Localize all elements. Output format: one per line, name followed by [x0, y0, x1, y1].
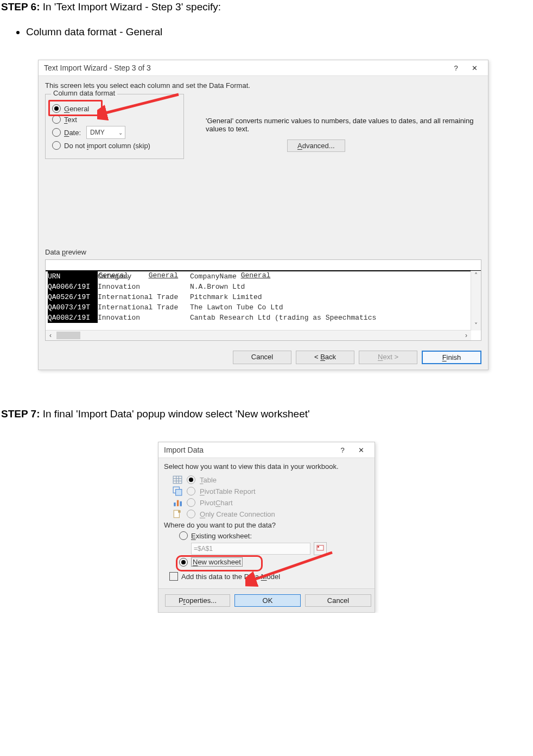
preview-row: QA0526/19TInternational TradePitchmark L…: [46, 292, 481, 302]
step6-bullet: Column data format - General: [26, 26, 532, 38]
radio-icon: [179, 531, 188, 540]
radio-icon: [187, 487, 195, 495]
svg-rect-7: [176, 490, 182, 495]
cancel-button[interactable]: Cancel: [305, 594, 371, 607]
general-explanation: 'General' converts numeric values to num…: [206, 117, 481, 133]
import-data-dialog: Import Data ? ✕ Select how you want to v…: [158, 442, 375, 613]
connection-icon: [173, 509, 182, 519]
radio-icon: [52, 128, 61, 137]
date-format-value: DMY: [90, 129, 105, 136]
preview-row: QA0066/19IInnovationN.A.Brown Ltd: [46, 282, 481, 292]
help-icon[interactable]: ?: [447, 64, 465, 72]
radio-icon: [187, 475, 195, 484]
view-connection: Only Create Connection: [173, 509, 369, 519]
radio-skip[interactable]: Do not import column (skip): [52, 141, 177, 150]
step7-heading: STEP 7: In final 'Import Data' popup win…: [1, 408, 532, 420]
close-icon[interactable]: ✕: [465, 64, 484, 72]
radio-icon: [187, 498, 195, 507]
preview-row: QA0082/19IInnovationCantab Research Ltd …: [46, 313, 481, 323]
checkbox-icon: [169, 572, 178, 581]
svg-rect-12: [178, 510, 181, 513]
data-preview-label: Data preview: [45, 248, 481, 256]
data-model-label: Add this data to the Data Model: [181, 573, 280, 581]
view-table: Table: [173, 475, 369, 485]
scroll-down-icon[interactable]: ˅: [471, 321, 481, 331]
range-picker-icon[interactable]: [314, 542, 327, 555]
help-icon[interactable]: ?: [333, 446, 352, 454]
radio-date[interactable]: Date: DMY ⌄: [52, 126, 177, 139]
close-icon[interactable]: ✕: [352, 446, 370, 454]
view-pivottable: PivotTable Report: [173, 486, 369, 496]
view-table-label: Table: [200, 476, 217, 484]
checkbox-data-model[interactable]: Add this data to the Data Model: [169, 572, 369, 581]
pivottable-icon: [173, 486, 182, 496]
finish-button[interactable]: Finish: [422, 351, 481, 364]
radio-new-worksheet[interactable]: New worksheet: [179, 557, 369, 567]
cancel-button[interactable]: Cancel: [233, 351, 291, 364]
import-intro: Select how you want to view this data in…: [164, 462, 369, 471]
wizard-title: Text Import Wizard - Step 3 of 3: [44, 63, 447, 72]
preview-header: GeneralGeneralGeneral: [46, 260, 481, 271]
preview-row: QA0073/19TInternational TradeThe Lawton …: [46, 302, 481, 313]
scroll-thumb[interactable]: [56, 332, 80, 339]
radio-icon: [52, 141, 61, 150]
view-connection-label: Only Create Connection: [200, 510, 275, 518]
view-pivotchart: PivotChart: [173, 498, 369, 507]
date-format-select[interactable]: DMY ⌄: [86, 126, 125, 139]
svg-rect-14: [318, 546, 319, 548]
cell-reference-input: [191, 543, 310, 555]
import-title: Import Data: [164, 446, 333, 454]
back-button[interactable]: < Back: [296, 351, 354, 364]
svg-rect-10: [180, 501, 182, 506]
import-titlebar: Import Data ? ✕: [158, 442, 375, 458]
svg-rect-8: [174, 503, 175, 506]
radio-existing-worksheet[interactable]: Existing worksheet:: [179, 531, 369, 540]
vertical-scrollbar[interactable]: ˄ ˅: [471, 271, 481, 331]
radio-date-label: ate:: [69, 129, 81, 137]
horizontal-scrollbar[interactable]: ‹ ›: [46, 330, 471, 340]
properties-button[interactable]: Properties...: [165, 594, 230, 607]
svg-rect-1: [173, 476, 182, 484]
svg-rect-9: [177, 500, 179, 506]
pivotchart-icon: [173, 498, 182, 507]
column-data-format-legend: Column data format: [51, 89, 117, 97]
scroll-left-icon[interactable]: ‹: [46, 331, 55, 340]
scroll-up-icon[interactable]: ˄: [471, 271, 481, 281]
chevron-down-icon: ⌄: [118, 130, 123, 136]
radio-text[interactable]: Text: [52, 115, 177, 124]
preview-row: URNCategoryCompanyName: [46, 271, 481, 282]
step6-bullet-list: Column data format - General: [1, 26, 532, 38]
wizard-intro: This screen lets you select each column …: [45, 81, 481, 90]
advanced-button[interactable]: Advanced...: [287, 139, 345, 152]
table-icon: [173, 475, 182, 485]
wizard-buttons: Cancel < Back Next > Finish: [39, 345, 488, 370]
step7-label: STEP 7:: [1, 408, 40, 420]
view-pivotchart-label: PivotChart: [200, 499, 233, 507]
annotation-highlight: [48, 100, 103, 116]
next-button: Next >: [359, 351, 417, 364]
radio-text-label: ext: [68, 116, 77, 124]
put-data-label: Where do you want to put the data?: [164, 521, 369, 529]
step7-text: In final 'Import Data' popup window sele…: [40, 408, 309, 420]
wizard-titlebar: Text Import Wizard - Step 3 of 3 ? ✕: [39, 60, 488, 76]
text-import-wizard-dialog: Text Import Wizard - Step 3 of 3 ? ✕ Thi…: [38, 60, 488, 370]
data-preview: GeneralGeneralGeneral URNCategoryCompany…: [45, 259, 481, 341]
view-pivottable-label: PivotTable Report: [200, 487, 256, 495]
ok-button[interactable]: OK: [234, 594, 301, 607]
column-data-format-group: Column data format General Text Date: DM…: [45, 94, 184, 159]
step6-label: STEP 6:: [1, 1, 40, 12]
existing-worksheet-label: Existing worksheet:: [191, 532, 252, 540]
step6-heading: STEP 6: In 'Text Import Wizard - Step 3'…: [1, 1, 532, 13]
scroll-right-icon[interactable]: ›: [461, 331, 471, 340]
radio-icon: [52, 115, 61, 124]
annotation-highlight: [176, 555, 263, 571]
radio-icon: [187, 510, 195, 518]
step6-text: In 'Text Import Wizard - Step 3' specify…: [40, 1, 221, 12]
